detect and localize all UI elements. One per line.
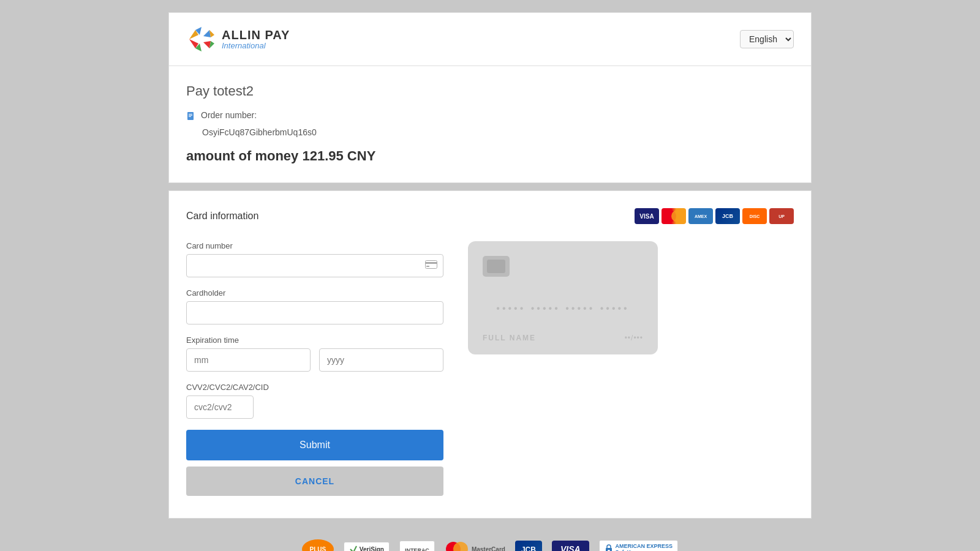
language-selector[interactable]: English中文	[740, 30, 794, 48]
order-icon	[186, 111, 196, 124]
order-number-label: Order number:	[201, 110, 257, 120]
cardholder-group: Cardholder	[186, 288, 443, 324]
card-panel: Card information VISA AMEX JCB DISC UP	[168, 190, 812, 519]
logo-international-text: International	[222, 42, 290, 50]
expiry-year-input[interactable]	[319, 348, 443, 372]
card-icon	[425, 260, 437, 271]
amex-logo: AMEX	[688, 208, 713, 224]
svg-rect-15	[425, 262, 437, 264]
svg-marker-5	[203, 41, 211, 48]
order-number-row: Order number:	[186, 110, 794, 124]
cancel-button[interactable]: CANCEL	[186, 467, 443, 496]
card-chip	[483, 256, 510, 277]
amount-text: amount of money 121.95 CNY	[186, 148, 794, 164]
card-number-label: Card number	[186, 241, 443, 250]
logo-allinpay-text: ALLIN PAY	[222, 28, 290, 42]
card-number-wrapper	[186, 254, 443, 277]
cardholder-label: Cardholder	[186, 288, 443, 298]
order-panel: Pay totest2 Order number: OsyiFcUq87Gibh…	[168, 66, 812, 183]
amex-safekey-logo: AMERICAN EXPRESSSafeKey	[599, 540, 679, 551]
svg-rect-9	[189, 114, 192, 114]
card-number-dots: ••••• ••••• ••••• •••••	[483, 303, 643, 314]
cvv-label: CVV2/CVC2/CAV2/CID	[186, 383, 443, 392]
cardholder-input[interactable]	[186, 301, 443, 324]
header-panel: ALLIN PAY International English中文	[168, 12, 812, 66]
cvv-group: CVV2/CVC2/CAV2/CID	[186, 383, 443, 419]
card-holder-name: FULL NAME	[483, 334, 536, 342]
form-left: Card number	[186, 241, 443, 496]
form-body: Card number	[186, 241, 794, 496]
svg-rect-10	[189, 115, 192, 116]
card-info-title: Card information	[186, 211, 258, 222]
card-logos: VISA AMEX JCB DISC UP	[635, 208, 794, 224]
visa-logo: VISA	[635, 208, 659, 224]
order-number-value: OsyiFcUq87GibherbmUq16s0	[202, 127, 794, 137]
mastercard-logo	[662, 208, 686, 224]
visa-footer-logo: VISA	[552, 541, 589, 551]
card-chip-inner	[487, 260, 505, 273]
plus-logo: PLUS	[302, 539, 334, 551]
expiry-row	[186, 348, 443, 372]
svg-rect-14	[426, 261, 437, 269]
footer-logos: PLUS VeriSign INTERAC MasterCard JCB VIS…	[168, 533, 812, 551]
interac-logo: INTERAC	[399, 541, 435, 551]
verisign-logo: VeriSign	[344, 542, 390, 551]
svg-marker-4	[203, 30, 211, 37]
expiry-label: Expiration time	[186, 335, 443, 345]
svg-rect-16	[426, 266, 429, 267]
card-expiry-display: ••/•••	[625, 334, 643, 342]
pay-title: Pay totest2	[186, 83, 794, 99]
discover-logo: DISC	[742, 208, 767, 224]
card-visual: ••••• ••••• ••••• ••••• FULL NAME ••/•••	[468, 241, 658, 354]
mastercard-footer-logo: MasterCard	[445, 541, 505, 551]
svg-rect-11	[189, 116, 191, 117]
card-panel-header: Card information VISA AMEX JCB DISC UP	[186, 208, 794, 224]
jcb-logo: JCB	[715, 208, 740, 224]
allinpay-logo-icon	[186, 24, 217, 54]
unionpay-logo: UP	[769, 208, 794, 224]
expiry-month-input[interactable]	[186, 348, 311, 372]
card-number-input[interactable]	[186, 254, 443, 277]
submit-button[interactable]: Submit	[186, 430, 443, 460]
expiry-group: Expiration time	[186, 335, 443, 372]
svg-rect-8	[187, 112, 194, 120]
cvv-input[interactable]	[186, 395, 254, 419]
svg-point-13	[671, 210, 684, 222]
card-number-group: Card number	[186, 241, 443, 277]
jcb-footer-logo: JCB	[515, 541, 542, 551]
card-bottom-row: FULL NAME ••/•••	[483, 334, 643, 342]
logo-text: ALLIN PAY International	[222, 28, 290, 50]
logo-container: ALLIN PAY International	[186, 24, 290, 54]
